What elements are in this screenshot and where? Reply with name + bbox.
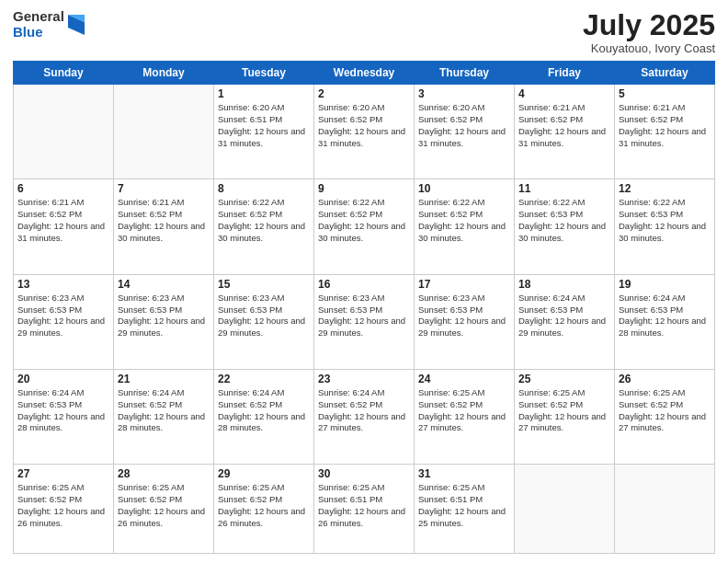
day-info: Sunrise: 6:25 AMSunset: 6:52 PMDaylight:… [17,482,109,529]
title-location: Kouyatouo, Ivory Coast [583,41,715,55]
calendar-cell [14,85,114,179]
day-info: Sunrise: 6:22 AMSunset: 6:52 PMDaylight:… [318,197,410,244]
day-info: Sunrise: 6:21 AMSunset: 6:52 PMDaylight:… [518,102,610,149]
day-number: 28 [118,467,210,480]
day-info: Sunrise: 6:22 AMSunset: 6:52 PMDaylight:… [418,197,510,244]
day-info: Sunrise: 6:24 AMSunset: 6:52 PMDaylight:… [218,387,310,434]
calendar-cell: 22Sunrise: 6:24 AMSunset: 6:52 PMDayligh… [214,369,314,464]
day-info: Sunrise: 6:22 AMSunset: 6:52 PMDaylight:… [218,197,310,244]
calendar-cell: 25Sunrise: 6:25 AMSunset: 6:52 PMDayligh… [515,369,615,464]
logo-text: General Blue [13,9,64,40]
day-number: 26 [619,373,711,385]
header: General Blue July 2025 Kouyatouo, Ivory … [13,9,715,55]
day-info: Sunrise: 6:24 AMSunset: 6:52 PMDaylight:… [318,387,410,434]
day-number: 12 [619,182,711,195]
calendar-cell: 3Sunrise: 6:20 AMSunset: 6:52 PMDaylight… [415,85,515,179]
day-number: 29 [218,467,310,480]
day-info: Sunrise: 6:20 AMSunset: 6:52 PMDaylight:… [418,102,510,149]
calendar-header-row: SundayMondayTuesdayWednesdayThursdayFrid… [14,62,715,85]
calendar-cell [114,85,214,179]
day-number: 13 [17,278,109,291]
calendar-cell: 27Sunrise: 6:25 AMSunset: 6:52 PMDayligh… [14,465,114,554]
calendar-cell: 1Sunrise: 6:20 AMSunset: 6:51 PMDaylight… [214,85,314,179]
title-block: July 2025 Kouyatouo, Ivory Coast [583,9,715,55]
day-number: 30 [318,467,410,480]
day-number: 10 [418,182,510,195]
calendar-cell [615,465,715,554]
day-number: 1 [218,87,310,100]
day-info: Sunrise: 6:25 AMSunset: 6:51 PMDaylight:… [418,482,510,529]
calendar-cell: 29Sunrise: 6:25 AMSunset: 6:52 PMDayligh… [214,465,314,554]
calendar-cell [515,465,615,554]
day-number: 7 [118,182,210,195]
calendar-week-row: 6Sunrise: 6:21 AMSunset: 6:52 PMDaylight… [14,179,715,274]
day-info: Sunrise: 6:21 AMSunset: 6:52 PMDaylight:… [619,102,711,149]
title-month: July 2025 [583,9,715,41]
day-info: Sunrise: 6:23 AMSunset: 6:53 PMDaylight:… [118,293,210,339]
day-number: 17 [418,278,510,291]
day-info: Sunrise: 6:25 AMSunset: 6:52 PMDaylight:… [418,387,510,434]
day-number: 25 [518,373,610,385]
day-info: Sunrise: 6:20 AMSunset: 6:51 PMDaylight:… [218,102,310,149]
calendar-cell: 11Sunrise: 6:22 AMSunset: 6:53 PMDayligh… [515,179,615,274]
day-info: Sunrise: 6:20 AMSunset: 6:52 PMDaylight:… [318,102,410,149]
day-info: Sunrise: 6:22 AMSunset: 6:53 PMDaylight:… [619,197,711,244]
day-info: Sunrise: 6:24 AMSunset: 6:53 PMDaylight:… [619,293,711,339]
day-number: 31 [418,467,510,480]
day-number: 14 [118,278,210,291]
calendar-cell: 15Sunrise: 6:23 AMSunset: 6:53 PMDayligh… [214,274,314,369]
calendar-cell: 5Sunrise: 6:21 AMSunset: 6:52 PMDaylight… [615,85,715,179]
calendar-table: SundayMondayTuesdayWednesdayThursdayFrid… [13,61,715,554]
calendar-cell: 4Sunrise: 6:21 AMSunset: 6:52 PMDaylight… [515,85,615,179]
calendar-week-row: 27Sunrise: 6:25 AMSunset: 6:52 PMDayligh… [14,465,715,554]
calendar-cell: 30Sunrise: 6:25 AMSunset: 6:51 PMDayligh… [314,465,415,554]
day-info: Sunrise: 6:25 AMSunset: 6:52 PMDaylight:… [218,482,310,529]
calendar-cell: 17Sunrise: 6:23 AMSunset: 6:53 PMDayligh… [415,274,515,369]
calendar-cell: 13Sunrise: 6:23 AMSunset: 6:53 PMDayligh… [14,274,114,369]
day-info: Sunrise: 6:24 AMSunset: 6:53 PMDaylight:… [17,387,109,434]
logo-general-text: General [13,9,64,25]
day-of-week-header: Wednesday [314,62,415,85]
day-info: Sunrise: 6:23 AMSunset: 6:53 PMDaylight:… [418,293,510,339]
day-of-week-header: Tuesday [214,62,314,85]
calendar-cell: 9Sunrise: 6:22 AMSunset: 6:52 PMDaylight… [314,179,415,274]
day-number: 20 [17,373,109,385]
calendar-cell: 7Sunrise: 6:21 AMSunset: 6:52 PMDaylight… [114,179,214,274]
day-of-week-header: Sunday [14,62,114,85]
calendar-cell: 18Sunrise: 6:24 AMSunset: 6:53 PMDayligh… [515,274,615,369]
day-number: 11 [518,182,610,195]
calendar-cell: 26Sunrise: 6:25 AMSunset: 6:52 PMDayligh… [615,369,715,464]
day-of-week-header: Monday [114,62,214,85]
day-number: 24 [418,373,510,385]
calendar-cell: 20Sunrise: 6:24 AMSunset: 6:53 PMDayligh… [14,369,114,464]
day-of-week-header: Saturday [615,62,715,85]
logo-icon [68,15,85,35]
day-info: Sunrise: 6:25 AMSunset: 6:52 PMDaylight:… [518,387,610,434]
day-number: 23 [318,373,410,385]
day-info: Sunrise: 6:23 AMSunset: 6:53 PMDaylight:… [218,293,310,339]
day-number: 21 [118,373,210,385]
day-info: Sunrise: 6:25 AMSunset: 6:52 PMDaylight:… [118,482,210,529]
day-number: 18 [518,278,610,291]
day-number: 4 [518,87,610,100]
logo: General Blue [13,9,85,40]
day-number: 3 [418,87,510,100]
calendar-cell: 2Sunrise: 6:20 AMSunset: 6:52 PMDaylight… [314,85,415,179]
calendar-cell: 31Sunrise: 6:25 AMSunset: 6:51 PMDayligh… [415,465,515,554]
calendar-cell: 10Sunrise: 6:22 AMSunset: 6:52 PMDayligh… [415,179,515,274]
day-number: 2 [318,87,410,100]
day-info: Sunrise: 6:22 AMSunset: 6:53 PMDaylight:… [518,197,610,244]
calendar-cell: 16Sunrise: 6:23 AMSunset: 6:53 PMDayligh… [314,274,415,369]
calendar-cell: 12Sunrise: 6:22 AMSunset: 6:53 PMDayligh… [615,179,715,274]
calendar-cell: 21Sunrise: 6:24 AMSunset: 6:52 PMDayligh… [114,369,214,464]
day-info: Sunrise: 6:21 AMSunset: 6:52 PMDaylight:… [17,197,109,244]
page: General Blue July 2025 Kouyatouo, Ivory … [0,0,728,563]
calendar-week-row: 1Sunrise: 6:20 AMSunset: 6:51 PMDaylight… [14,85,715,179]
day-number: 9 [318,182,410,195]
day-number: 19 [619,278,711,291]
day-info: Sunrise: 6:23 AMSunset: 6:53 PMDaylight:… [318,293,410,339]
day-info: Sunrise: 6:25 AMSunset: 6:51 PMDaylight:… [318,482,410,529]
day-number: 22 [218,373,310,385]
day-info: Sunrise: 6:25 AMSunset: 6:52 PMDaylight:… [619,387,711,434]
day-of-week-header: Thursday [415,62,515,85]
